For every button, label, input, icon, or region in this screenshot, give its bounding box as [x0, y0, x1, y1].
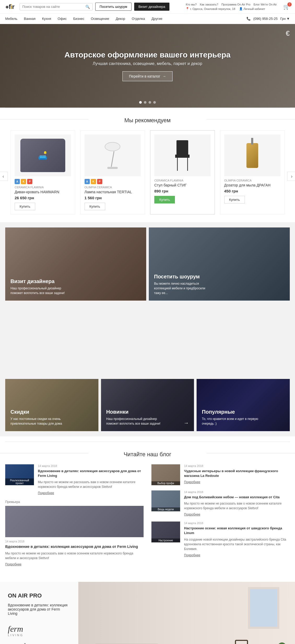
blog-layout: Реализованный проект 14 марта 2018 Вдохн… — [5, 464, 290, 566]
promo-card-new-title: Новинки — [106, 409, 164, 415]
hero-dot-1[interactable] — [139, 101, 142, 104]
blog-post-3-title: Дом под Боливийским небом — новая коллек… — [184, 495, 290, 500]
ferm-text: ferm — [8, 625, 70, 633]
nav-item-офис[interactable]: Офис — [58, 14, 67, 24]
blog-post-1-excerpt: Мы просто не можем не рассказать вам о н… — [38, 480, 144, 489]
blog-link[interactable]: Блог We're On Air — [253, 3, 277, 6]
blog-post-1-date: 14 марта 2018 — [38, 464, 144, 467]
product-brand-3: Olimpia Ceramica — [224, 179, 281, 182]
blog-post-1-more[interactable]: Подробнее — [38, 491, 54, 495]
blog-featured-more[interactable]: Подробнее — [5, 563, 21, 566]
product-name-0: Диван-кровать HAMMARN — [15, 190, 71, 194]
product-buy-btn-0[interactable]: Купить — [15, 203, 35, 210]
promo-card-showroom-content: Посетить шоурум Вы можете лично насладит… — [154, 274, 211, 295]
nav-item-мебель[interactable]: Мебель — [5, 14, 17, 24]
blog-post-3-content: 14 марта 2018 Дом под Боливийским небом … — [184, 490, 290, 516]
room-window — [248, 587, 279, 629]
promo-card-new-arrow: → — [184, 420, 189, 426]
blog-section: Реализованный проект 14 марта 2018 Вдохн… — [0, 464, 295, 577]
badge-2: P — [27, 179, 32, 184]
visit-showroom-button[interactable]: Посетить шоурум — [95, 3, 132, 11]
product-brand-1: Olimpia Ceramica — [85, 186, 141, 189]
carousel-arrow-right[interactable]: › — [287, 172, 295, 181]
on-air-subtitle: Вдохновение в деталях: коллекция аксессу… — [8, 603, 70, 616]
blog-right-col: Выбор профи 14 марта 2018 Чудесные интер… — [151, 464, 290, 566]
product-buy-btn-2[interactable]: Купить — [154, 196, 175, 203]
nav-item-бизнес[interactable]: Бизнес — [73, 14, 84, 24]
badge-0: A — [85, 179, 90, 184]
hero-dot-4[interactable] — [153, 101, 156, 104]
visit-designer-button[interactable]: Визит дизайнера — [134, 3, 169, 11]
blog-post-4-more[interactable]: Подробнее — [184, 553, 200, 557]
cart[interactable]: 🛒 2 — [283, 4, 290, 10]
header-address-row: 📍 г. Одесса, Ониловой переулок, 18 👤 Лич… — [186, 7, 277, 10]
how-to-order-link[interactable]: Как заказать? — [200, 3, 218, 6]
promo-card-discounts[interactable]: Скидки У нас постоянные скидки на очень … — [5, 379, 98, 431]
product-img-2 — [154, 134, 211, 176]
logo[interactable]: ●fir — [5, 3, 14, 10]
search-bar: 🔍 — [20, 3, 93, 10]
promo-card-new[interactable]: Новинки Наш профессиональный дизайнер по… — [101, 379, 194, 431]
product-price-3: 450 грн — [224, 189, 281, 193]
section-title-blog: Читайте наш блог — [0, 442, 295, 464]
blog-post-4: Настроение 14 марта 2018 Настроение осен… — [151, 522, 290, 557]
blog-post-1: Реализованный проект 14 марта 2018 Вдохн… — [5, 464, 144, 495]
nav-item-ванная[interactable]: Ванная — [24, 14, 36, 24]
product-buy-btn-1[interactable]: Купить — [85, 203, 105, 210]
promo-card-discounts-content: Скидки У нас постоянные скидки на очень … — [10, 409, 68, 426]
hero-dot-2[interactable] — [144, 101, 146, 104]
promo-card-popular-desc: То, что нравится всем и идет в первую оч… — [202, 417, 259, 426]
search-icon-button[interactable]: 🔍 — [85, 5, 90, 9]
product-card-3: Olimpia Ceramica Дозатор для мыла ДРАГАН… — [220, 130, 285, 214]
product-brand-2: CERAMICA FLAMINIA — [154, 179, 211, 182]
blog-featured-title: Вдохновение в деталях: коллекция аксессу… — [5, 544, 144, 549]
hero-catalog-button[interactable]: Перейти в каталог → — [122, 71, 173, 81]
nav-item-освещение[interactable]: Освещение — [91, 14, 109, 24]
room-chair-2 — [235, 640, 248, 644]
promo-section: Визит дизайнера Наш профессиональный диз… — [0, 222, 295, 436]
blog-post-4-excerpt: На создание новой коллекции дизайнеры ав… — [184, 537, 290, 551]
on-air-left: ON AIR PRO Вдохновение в деталях: коллек… — [0, 582, 78, 644]
blog-post-3-date: 14 марта 2018 — [184, 490, 290, 494]
nav-phone[interactable]: (096) 958-25-25 — [253, 17, 278, 21]
blog-post-3: Вещь недели 14 марта 2018 Дом под Боливи… — [151, 490, 290, 516]
promo-card-showroom[interactable]: Посетить шоурум Вы можете лично насладит… — [149, 227, 290, 301]
badge-2: P — [97, 179, 102, 184]
badge-0: A — [15, 179, 20, 184]
product-price-1: 1 560 грн — [85, 196, 141, 200]
search-input[interactable] — [22, 5, 85, 9]
product-card-1: AKP Olimpia Ceramica Лампа настольная TE… — [80, 130, 145, 214]
blog-post-2: Выбор профи 14 марта 2018 Чудесные интер… — [151, 464, 290, 485]
nav-item-другие[interactable]: Другие — [151, 14, 162, 24]
carousel-arrow-left[interactable]: ‹ — [0, 172, 8, 181]
badge-1: K — [21, 179, 26, 184]
who-we-are-link[interactable]: Кто мы? — [186, 3, 197, 6]
nav-item-отделка[interactable]: Отделка — [132, 14, 145, 24]
blog-post-2-more[interactable]: Подробнее — [184, 480, 200, 484]
promo-bottom-grid: Скидки У нас постоянные скидки на очень … — [5, 379, 290, 431]
blog-post-3-more[interactable]: Подробнее — [184, 513, 200, 516]
blog-post-2-tag: Выбор профи — [151, 481, 180, 485]
header-cabinet[interactable]: 👤 Личный кабинет — [239, 7, 265, 10]
product-card-0: 🛋️ AKP CERAMICA FLAMINIA Диван-кровать H… — [10, 130, 75, 214]
blog-post-4-title: Настроение осени: новая коллекция от шве… — [184, 526, 290, 535]
nav-currency[interactable]: Грн ▼ — [280, 17, 290, 21]
blog-post-1-content: 14 марта 2018 Вдохновение в деталях: кол… — [38, 464, 144, 495]
blog-post-1-title: Вдохновение в деталях: коллекция аксессу… — [38, 469, 144, 478]
nav-item-кухня[interactable]: Кухня — [42, 14, 51, 24]
program-link[interactable]: Программа On Air Pro — [221, 3, 250, 6]
blog-featured-img — [5, 506, 144, 537]
promo-card-popular[interactable]: Популярные То, что нравится всем и идет … — [197, 379, 290, 431]
promo-card-showroom-title: Посетить шоурум — [154, 274, 211, 280]
blog-post-3-img: Вещь недели — [151, 490, 180, 511]
product-buy-btn-3[interactable]: Купить — [224, 196, 245, 203]
header-info-links: Кто мы? Как заказать? Программа On Air P… — [186, 3, 277, 6]
hero-dot-3[interactable] — [149, 101, 151, 104]
blog-post-1-img: Реализованный проект — [5, 464, 34, 485]
section-title-recommended: Мы рекомендуем — [0, 108, 295, 130]
blog-featured-tag: Премьера — [5, 500, 144, 504]
promo-card-designer[interactable]: Визит дизайнера Наш профессиональный диз… — [5, 227, 146, 301]
blog-post-2-content: 14 марта 2018 Чудесные интерьеры в новой… — [184, 464, 290, 485]
on-air-section-tag: ON AIR PRO — [8, 592, 70, 599]
nav-item-декор[interactable]: Декор — [116, 14, 125, 24]
